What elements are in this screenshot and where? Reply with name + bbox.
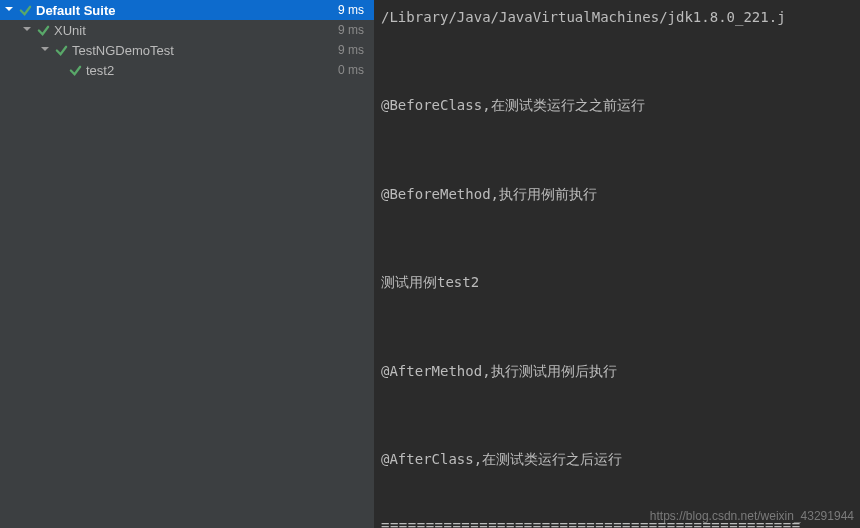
- tree-node-test2[interactable]: test2 0 ms: [0, 60, 374, 80]
- tree-node-time: 9 ms: [338, 43, 364, 57]
- chevron-down-icon: [4, 4, 16, 16]
- console-output-panel[interactable]: /Library/Java/JavaVirtualMachines/jdk1.8…: [374, 0, 860, 528]
- tree-node-testngdemotest[interactable]: TestNGDemoTest 9 ms: [0, 40, 374, 60]
- chevron-down-icon: [40, 44, 52, 56]
- tree-node-xunit[interactable]: XUnit 9 ms: [0, 20, 374, 40]
- tree-node-time: 9 ms: [338, 3, 364, 17]
- tree-node-label: TestNGDemoTest: [72, 43, 338, 58]
- pass-icon: [54, 43, 68, 57]
- console-line: @BeforeMethod,执行用例前执行: [379, 183, 858, 205]
- console-path-line: /Library/Java/JavaVirtualMachines/jdk1.8…: [379, 6, 858, 28]
- console-line: 测试用例test2: [379, 271, 858, 293]
- tree-node-default-suite[interactable]: Default Suite 9 ms: [0, 0, 374, 20]
- pass-icon: [68, 63, 82, 77]
- console-line: @BeforeClass,在测试类运行之之前运行: [379, 94, 858, 116]
- watermark-text: https://blog.csdn.net/weixin_43291944: [650, 507, 854, 526]
- tree-node-label: Default Suite: [36, 3, 338, 18]
- chevron-down-icon: [22, 24, 34, 36]
- pass-icon: [18, 3, 32, 17]
- tree-node-label: XUnit: [54, 23, 338, 38]
- console-line: @AfterMethod,执行测试用例后执行: [379, 360, 858, 382]
- tree-node-label: test2: [86, 63, 338, 78]
- console-line: @AfterClass,在测试类运行之后运行: [379, 448, 858, 470]
- test-tree-panel: Default Suite 9 ms XUnit 9 ms TestNGDemo…: [0, 0, 374, 528]
- pass-icon: [36, 23, 50, 37]
- tree-node-time: 9 ms: [338, 23, 364, 37]
- tree-node-time: 0 ms: [338, 63, 364, 77]
